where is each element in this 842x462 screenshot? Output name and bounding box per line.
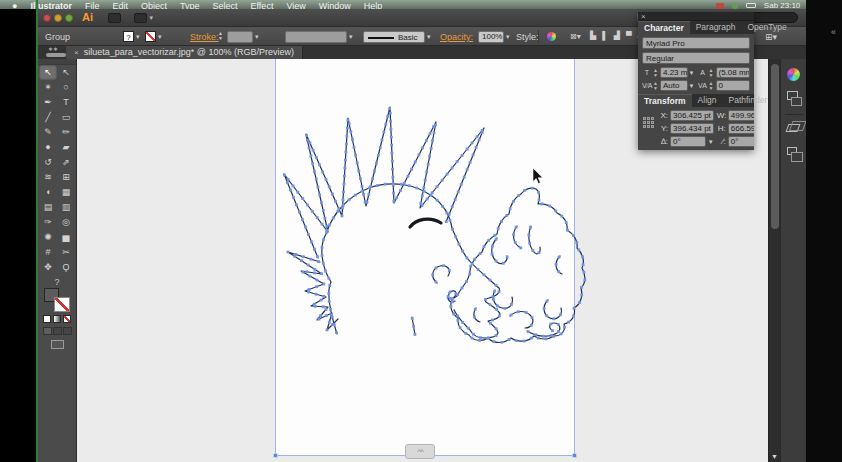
anchor-point[interactable]	[293, 255, 296, 258]
anchor-point[interactable]	[328, 185, 331, 188]
eyedropper-tool[interactable]: ✑	[39, 215, 57, 230]
magic-wand-tool[interactable]: ✶	[39, 80, 57, 95]
anchor-point[interactable]	[337, 210, 340, 213]
anchor-point[interactable]	[477, 268, 480, 271]
anchor-point[interactable]	[550, 334, 553, 337]
anchor-point[interactable]	[545, 338, 548, 341]
anchor-point[interactable]	[493, 340, 496, 343]
anchor-point[interactable]	[563, 326, 566, 329]
anchor-point[interactable]	[351, 138, 354, 141]
anchor-point[interactable]	[305, 134, 308, 137]
anchor-point[interactable]	[411, 317, 414, 320]
anchor-point[interactable]	[320, 272, 323, 275]
anchor-point[interactable]	[325, 225, 328, 228]
anchor-point[interactable]	[345, 151, 348, 154]
anchor-point[interactable]	[468, 273, 471, 276]
anchor-point[interactable]	[543, 307, 546, 310]
anchor-point[interactable]	[386, 115, 389, 118]
menubar-clock[interactable]: Sab 23:10	[764, 1, 800, 9]
anchor-point[interactable]	[496, 305, 499, 308]
anchor-point[interactable]	[346, 135, 349, 138]
anchor-point[interactable]	[474, 308, 477, 311]
pencil-tool[interactable]: ✏	[57, 125, 75, 140]
anchor-point[interactable]	[312, 149, 315, 152]
anchor-point[interactable]	[328, 224, 331, 227]
anchor-point[interactable]	[379, 146, 382, 149]
anchor-point[interactable]	[311, 210, 314, 213]
anchor-point[interactable]	[308, 288, 311, 291]
anchor-point[interactable]	[354, 154, 357, 157]
width-profile-field[interactable]	[285, 31, 347, 43]
anchor-point[interactable]	[489, 279, 492, 282]
anchor-point[interactable]	[557, 330, 560, 333]
character-setting-value[interactable]: 4.23 mm	[660, 67, 688, 78]
anchor-point[interactable]	[348, 122, 351, 125]
mesh-tool[interactable]: ▤	[39, 200, 57, 215]
anchor-point[interactable]	[442, 264, 445, 267]
document-tab[interactable]: ×silueta_para_vectorizar.jpg* @ 100% (RG…	[66, 46, 303, 59]
anchor-point[interactable]	[389, 112, 392, 115]
menu-item-help[interactable]: Help	[364, 1, 383, 9]
anchor-point[interactable]	[515, 339, 518, 342]
anchor-point[interactable]	[573, 307, 576, 310]
anchor-point[interactable]	[500, 220, 503, 223]
anchor-point[interactable]	[425, 139, 428, 142]
anchor-point[interactable]	[473, 316, 476, 319]
eraser-tool[interactable]: ▰	[57, 140, 75, 155]
anchor-point[interactable]	[325, 308, 328, 311]
anchor-point[interactable]	[425, 171, 428, 174]
anchor-point[interactable]	[421, 146, 424, 149]
anchor-point[interactable]	[342, 199, 345, 202]
anchor-point[interactable]	[322, 305, 325, 308]
anchor-point[interactable]	[321, 171, 324, 174]
zoom-tool[interactable]: Ϙ	[57, 260, 75, 275]
tab-close-icon[interactable]: ×	[74, 48, 79, 57]
blend-tool[interactable]: ◎	[57, 215, 75, 230]
anchor-point[interactable]	[292, 185, 295, 188]
fill-swatch[interactable]: ?	[123, 31, 134, 42]
align-icon-2[interactable]: ▟	[614, 31, 620, 40]
field-value[interactable]: 396.434 pt	[670, 123, 714, 134]
anchor-point[interactable]	[300, 259, 303, 262]
anchor-point[interactable]	[451, 301, 454, 304]
anchor-point[interactable]	[319, 314, 322, 317]
anchor-point[interactable]	[435, 267, 438, 270]
anchor-point[interactable]	[430, 147, 433, 150]
anchor-point[interactable]	[307, 233, 310, 236]
anchor-point[interactable]	[343, 183, 346, 186]
anchor-point[interactable]	[559, 313, 562, 316]
anchor-point[interactable]	[465, 280, 468, 283]
scrollbar-thumb[interactable]	[771, 64, 779, 229]
anchor-point[interactable]	[508, 338, 511, 341]
stepper-icon[interactable]: ▲▼	[653, 68, 659, 78]
stepper-icon[interactable]: ▲▼	[709, 81, 715, 91]
anchor-point[interactable]	[529, 226, 532, 229]
anchor-point[interactable]	[321, 254, 324, 257]
stepper-icon[interactable]: ▲▼	[709, 68, 715, 78]
anchor-point[interactable]	[530, 324, 533, 327]
anchor-point[interactable]	[481, 131, 484, 134]
anchor-point[interactable]	[310, 240, 313, 243]
anchor-point[interactable]	[292, 196, 295, 199]
anchor-point[interactable]	[287, 251, 290, 254]
gradient-tool[interactable]: ▥	[57, 200, 75, 215]
anchor-point[interactable]	[451, 167, 454, 170]
anchor-point[interactable]	[371, 177, 374, 180]
anchor-point[interactable]	[491, 245, 494, 248]
anchor-point[interactable]	[551, 329, 554, 332]
layers-panel-icon[interactable]	[787, 124, 801, 138]
anchor-point[interactable]	[502, 262, 505, 265]
anchor-point[interactable]	[349, 130, 352, 133]
anchor-point[interactable]	[423, 190, 426, 193]
panel-close-icon[interactable]: ×	[641, 12, 646, 21]
anchor-point[interactable]	[461, 154, 464, 157]
anchor-point[interactable]	[512, 233, 515, 236]
anchor-point[interactable]	[389, 120, 392, 123]
chevron-down-icon[interactable]: ▼	[689, 70, 695, 76]
anchor-point[interactable]	[489, 303, 492, 306]
anchor-point[interactable]	[347, 119, 350, 122]
anchor-point[interactable]	[317, 260, 320, 263]
anchor-point[interactable]	[580, 286, 583, 289]
anchor-point[interactable]	[466, 168, 469, 171]
anchor-point[interactable]	[436, 185, 439, 188]
